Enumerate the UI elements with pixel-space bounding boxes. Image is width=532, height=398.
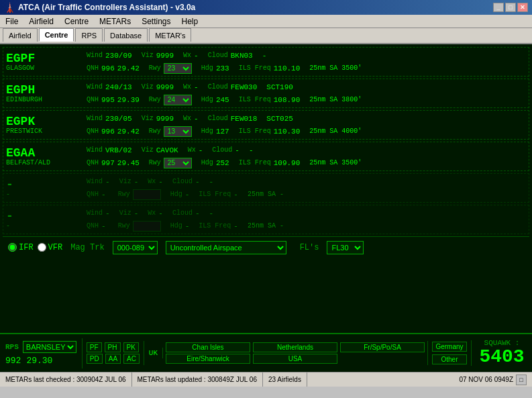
- ifr-radio[interactable]: [8, 243, 17, 252]
- ifr-vfr-group: IFR VFR: [8, 243, 62, 252]
- ifr-label: IFR: [19, 243, 34, 252]
- fl-select[interactable]: FL30: [327, 241, 364, 254]
- tab-bar: Airfield Centre RPS Database METAR's: [0, 28, 532, 44]
- rps-mid: PF PH PK PD AA AC: [83, 341, 144, 365]
- rps-btn-ac[interactable]: AC: [123, 354, 140, 364]
- minimize-button[interactable]: _: [493, 3, 504, 12]
- mag-trk-label: Mag Trk: [70, 243, 104, 252]
- status-datetime: 07 NOV 06 0949Z □: [307, 372, 532, 387]
- close-button[interactable]: ✕: [517, 3, 528, 12]
- airspace-select[interactable]: Uncontrolled Airspace: [166, 241, 286, 254]
- rps-bar: RPS BARNSLEY 992 29.30 PF PH PK PD AA AC…: [0, 333, 532, 372]
- metar-name-1: EDINBURGH: [6, 96, 42, 103]
- rwy-select-0[interactable]: 23: [164, 63, 192, 74]
- metar-line2-5: QNH - Rwy Hdg - ILS Freq - 25nm SA -: [87, 219, 526, 232]
- metar-name-4: -: [6, 191, 10, 198]
- region-fr-sp[interactable]: Fr/Sp/Po/SA: [340, 342, 425, 352]
- rps-label: RPS: [5, 343, 19, 351]
- metar-row-3: EGAA BELFAST/ALD Wind VRB/02 Viz CAVOK W…: [3, 142, 529, 171]
- metar-left-0: EGPF GLASGOW: [6, 49, 87, 74]
- metar-row-5: - - Wind - Viz - Wx - Cloud - -: [3, 205, 529, 234]
- metar-name-3: BELFAST/ALD: [6, 159, 50, 166]
- rps-btn-ph[interactable]: PH: [105, 342, 121, 352]
- metar-row-2: EGPK PRESTWICK Wind 230/05 Viz 9999 Wx -…: [3, 110, 529, 140]
- vfr-radio-item[interactable]: VFR: [38, 243, 63, 252]
- metar-right-0: Wind 230/09 Viz 9999 Wx - Cloud BKN03 - …: [87, 49, 526, 74]
- fls-label: FL's: [300, 243, 319, 252]
- metar-line1-2: Wind 230/05 Viz 9999 Wx - Cloud FEW018 S…: [87, 112, 526, 125]
- metar-line1-0: Wind 230/09 Viz 9999 Wx - Cloud BKN03 -: [87, 49, 526, 62]
- menu-help[interactable]: Help: [179, 16, 201, 27]
- tab-metars[interactable]: METAR's: [149, 28, 191, 42]
- rwy-select-1[interactable]: 24: [164, 95, 192, 105]
- vfr-label: VFR: [48, 243, 63, 252]
- rps-btn-pf[interactable]: PF: [87, 342, 102, 352]
- rps-btns-bot: PD AA AC: [87, 354, 140, 364]
- metar-name-5: -: [6, 222, 10, 230]
- menu-centre[interactable]: Centre: [62, 16, 91, 27]
- tab-database[interactable]: Database: [104, 28, 148, 42]
- region-usa[interactable]: USA: [253, 354, 337, 364]
- rwy-select-3[interactable]: 25: [164, 158, 192, 168]
- main-content: EGPF GLASGOW Wind 230/09 Viz 9999 Wx - C…: [0, 44, 532, 333]
- rps-left: RPS BARNSLEY 992 29.30: [0, 338, 83, 368]
- maximize-button[interactable]: □: [505, 3, 516, 12]
- ifr-radio-item[interactable]: IFR: [8, 243, 34, 252]
- region-eire[interactable]: Eire/Shanwick: [166, 354, 250, 364]
- window-controls: _ □ ✕: [493, 3, 528, 12]
- metar-left-5: - -: [6, 207, 87, 232]
- metar-left-2: EGPK PRESTWICK: [6, 112, 87, 138]
- region-germany[interactable]: Germany: [432, 342, 467, 352]
- metar-line2-1: QNH 995 29.39 Rwy 24 Hdg 245 ILS Freq 10…: [87, 93, 526, 106]
- region-netherlands[interactable]: Netherlands: [253, 342, 337, 352]
- tab-airfield[interactable]: Airfield: [3, 28, 38, 42]
- squawk-value: 5403: [479, 347, 524, 368]
- metar-right-3: Wind VRB/02 Viz CAVOK Wx - Cloud - - QNH: [87, 144, 526, 169]
- rps-uk: UK: [144, 348, 163, 358]
- metar-line1-5: Wind - Viz - Wx - Cloud - -: [87, 207, 526, 219]
- region-other[interactable]: Other: [432, 354, 467, 364]
- germany-section: Germany Other: [428, 340, 472, 366]
- metar-name-2: PRESTWICK: [6, 128, 42, 135]
- rwy-select-2[interactable]: 13: [164, 126, 192, 137]
- rps-btns-top: PF PH PK: [87, 342, 140, 352]
- region-chan-isles[interactable]: Chan Isles: [166, 342, 250, 352]
- metar-icao-3: EGAA: [6, 147, 35, 159]
- metar-line1-3: Wind VRB/02 Viz CAVOK Wx - Cloud - -: [87, 144, 526, 156]
- menu-file[interactable]: File: [3, 16, 21, 27]
- barnsley-select[interactable]: BARNSLEY: [23, 341, 76, 353]
- qnh-value: 992: [5, 356, 21, 366]
- mag-trk-select[interactable]: 000-089: [113, 241, 158, 254]
- metar-row-1: EGPH EDINBURGH Wind 240/13 Viz 9999 Wx -…: [3, 79, 529, 108]
- rps-regions-top: Chan Isles Netherlands Fr/Sp/Po/SA: [166, 342, 425, 352]
- metar-left-1: EGPH EDINBURGH: [6, 81, 87, 106]
- metar-right-1: Wind 240/13 Viz 9999 Wx - Cloud FEW030 S…: [87, 81, 526, 106]
- metar-line1-4: Wind - Viz - Wx - Cloud - -: [87, 175, 526, 188]
- metar-row-4: - - Wind - Viz - Wx - Cloud - -: [3, 173, 529, 203]
- metar-icao-0: EGPF: [6, 52, 35, 64]
- menu-airfield[interactable]: Airfield: [26, 16, 56, 27]
- metar-icao-1: EGPH: [6, 84, 35, 96]
- menu-bar: File Airfield Centre METARs Settings Hel…: [0, 15, 532, 28]
- metar-line1-1: Wind 240/13 Viz 9999 Wx - Cloud FEW030 S…: [87, 81, 526, 93]
- menu-metars[interactable]: METARs: [97, 16, 134, 27]
- tab-centre[interactable]: Centre: [39, 28, 74, 42]
- status-metars-checked: METARs last checked : 300904Z JUL 06: [0, 372, 132, 387]
- status-metars-updated: METARs last updated : 300849Z JUL 06: [132, 372, 263, 387]
- metar-icao-5: -: [6, 210, 13, 222]
- metar-line2-4: QNH - Rwy Hdg - ILS Freq - 25nm SA -: [87, 188, 526, 201]
- rps-regions-bot: Eire/Shanwick USA: [166, 354, 425, 364]
- metar-line2-3: QNH 997 29.45 Rwy 25 Hdg 252 ILS Freq 10…: [87, 156, 526, 169]
- status-bar: METARs last checked : 300904Z JUL 06 MET…: [0, 372, 532, 387]
- rps-btn-pk[interactable]: PK: [123, 342, 139, 352]
- metar-left-3: EGAA BELFAST/ALD: [6, 144, 87, 169]
- menu-settings[interactable]: Settings: [139, 16, 173, 27]
- tab-rps[interactable]: RPS: [75, 28, 103, 42]
- app-icon: 🗼: [4, 2, 15, 13]
- status-icon: □: [516, 375, 527, 385]
- squawk-label: SQUAWK :: [484, 339, 520, 347]
- metar-left-4: - -: [6, 175, 87, 201]
- rps-btn-aa[interactable]: AA: [105, 354, 121, 364]
- rps-btn-pd[interactable]: PD: [87, 354, 103, 364]
- vfr-radio[interactable]: [38, 243, 46, 252]
